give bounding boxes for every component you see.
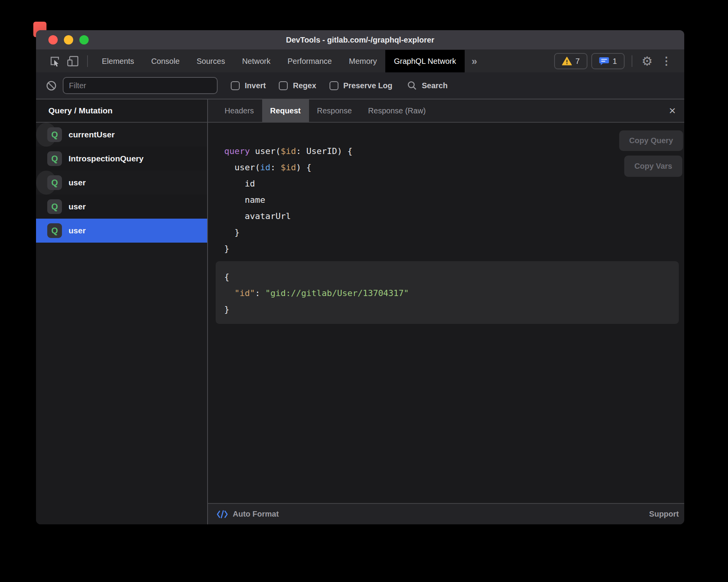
regex-checkbox-group[interactable]: Regex [279, 81, 316, 90]
panel-footer: Auto Format Support [208, 503, 684, 524]
query-list-item-selected[interactable]: Q user [36, 219, 207, 243]
search-icon [407, 80, 417, 91]
query-variables-box: { "id": "gid://gitlab/User/13704317"} [216, 261, 679, 324]
warning-icon [562, 56, 572, 66]
toolbar-divider [87, 55, 88, 67]
inspect-cursor-icon [49, 55, 61, 67]
preserve-log-label: Preserve Log [343, 81, 393, 90]
query-type-badge: Q [47, 151, 62, 166]
query-name: IntrospectionQuery [69, 154, 144, 163]
tab-elements[interactable]: Elements [93, 50, 143, 72]
settings-button[interactable]: ⚙ [639, 55, 655, 67]
titlebar: DevTools - gitlab.com/-/graphql-explorer [36, 30, 684, 50]
request-body-area: Copy Query Copy Vars query user($id: Use… [208, 123, 684, 503]
invert-checkbox [231, 81, 240, 90]
close-panel-button[interactable]: × [666, 99, 678, 122]
query-type-badge: Q [47, 127, 62, 142]
query-type-badge: Q [47, 223, 62, 238]
filter-input[interactable] [63, 77, 218, 94]
window-title: DevTools - gitlab.com/-/graphql-explorer [286, 36, 434, 45]
tab-headers[interactable]: Headers [216, 99, 262, 122]
tab-console[interactable]: Console [143, 50, 188, 72]
preserve-log-checkbox [330, 81, 338, 90]
tab-response[interactable]: Response [309, 99, 360, 122]
messages-count: 1 [613, 57, 617, 66]
copy-query-button[interactable]: Copy Query [619, 130, 683, 151]
minimize-window-button[interactable] [64, 35, 73, 45]
toolbar-divider [632, 55, 632, 67]
invert-label: Invert [245, 81, 266, 90]
filter-bar: Invert Regex Preserve Log Search [36, 72, 684, 99]
device-toolbar-icon [67, 55, 79, 67]
request-detail-tabs: Headers Request Response Response (Raw) … [208, 99, 684, 123]
search-button[interactable]: Search [407, 80, 448, 91]
regex-checkbox [279, 81, 288, 90]
tab-network[interactable]: Network [234, 50, 279, 72]
query-list-item[interactable]: Q user [36, 171, 57, 195]
query-list-item[interactable]: Q IntrospectionQuery [36, 147, 207, 171]
query-name: user [69, 226, 86, 235]
traffic-lights [48, 35, 89, 45]
tabbar-right-controls: 7 1 ⚙ ⋮ [554, 50, 684, 72]
tab-graphql-network[interactable]: GraphQL Network [385, 50, 464, 72]
devtools-tabbar: Elements Console Sources Network Perform… [36, 50, 684, 72]
screen: DevTools - gitlab.com/-/graphql-explorer… [0, 0, 728, 582]
regex-label: Regex [293, 81, 316, 90]
devtools-window: DevTools - gitlab.com/-/graphql-explorer… [36, 30, 684, 524]
query-list-item[interactable]: Q currentUser [36, 123, 57, 147]
warnings-badge[interactable]: 7 [554, 53, 587, 69]
invert-checkbox-group[interactable]: Invert [231, 81, 266, 90]
more-options-button[interactable]: ⋮ [659, 56, 674, 67]
query-name: user [69, 202, 86, 211]
inspect-element-button[interactable] [46, 50, 64, 72]
graphql-query-code: query user($id: UserID) { user(id: $id) … [208, 123, 684, 257]
chat-bubble-icon [599, 56, 609, 66]
preserve-log-checkbox-group[interactable]: Preserve Log [330, 81, 393, 90]
tab-performance[interactable]: Performance [279, 50, 341, 72]
zoom-window-button[interactable] [79, 35, 89, 45]
query-list-item[interactable]: Q user [36, 195, 207, 219]
messages-badge[interactable]: 1 [591, 53, 625, 69]
auto-format-button[interactable]: Auto Format [233, 510, 279, 519]
code-format-icon [216, 510, 228, 519]
tab-request[interactable]: Request [262, 99, 309, 122]
search-label: Search [422, 81, 448, 90]
close-window-button[interactable] [48, 35, 58, 45]
tab-memory[interactable]: Memory [340, 50, 385, 72]
query-variables-code: { "id": "gid://gitlab/User/13704317"} [224, 269, 679, 318]
tab-sources[interactable]: Sources [188, 50, 234, 72]
query-type-badge: Q [47, 175, 62, 190]
query-name: user [69, 178, 86, 187]
tab-response-raw[interactable]: Response (Raw) [360, 99, 434, 122]
query-name: currentUser [69, 130, 115, 139]
copy-vars-button[interactable]: Copy Vars [624, 156, 682, 177]
block-clear-icon[interactable] [46, 80, 57, 91]
content: Query / Mutation Q currentUser Q Introsp… [36, 99, 684, 524]
device-toolbar-button[interactable] [64, 50, 82, 72]
sidebar-header: Query / Mutation [36, 99, 207, 123]
warnings-count: 7 [575, 57, 580, 66]
request-detail-panel: Headers Request Response Response (Raw) … [208, 99, 684, 524]
query-list-sidebar: Query / Mutation Q currentUser Q Introsp… [36, 99, 207, 524]
more-tabs-button[interactable]: » [465, 50, 484, 72]
query-type-badge: Q [47, 199, 62, 214]
support-link[interactable]: Support [649, 510, 679, 519]
